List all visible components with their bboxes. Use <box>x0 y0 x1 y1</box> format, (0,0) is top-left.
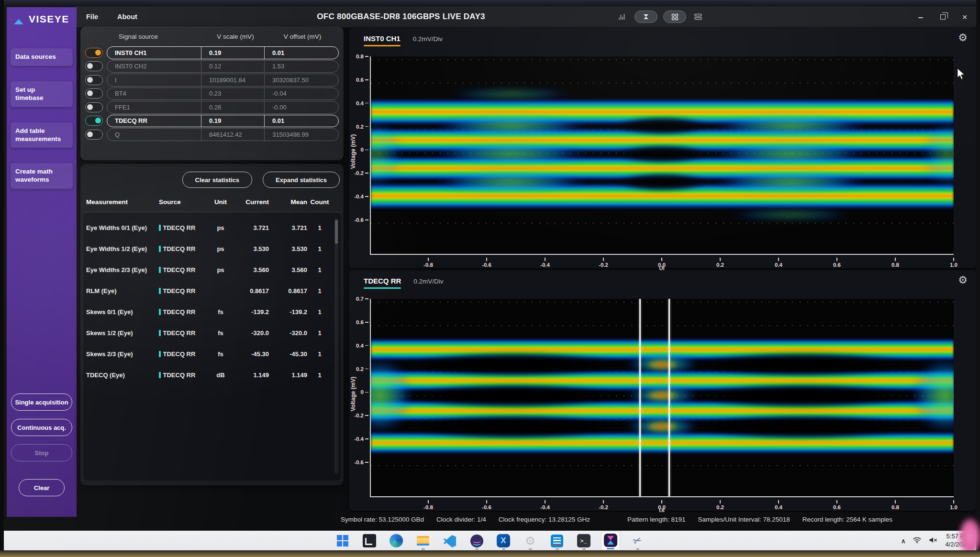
signal-voffset[interactable]: 1.53 <box>264 61 337 73</box>
signal-row-pill[interactable]: TDECQ RR 0.19 0.01 <box>107 115 339 128</box>
sidebar-action-button[interactable]: Stop <box>11 444 72 461</box>
signal-vscale[interactable]: 10189001.84 <box>201 74 264 86</box>
signal-vscale[interactable]: 0.12 <box>201 61 264 73</box>
file-explorer-icon[interactable] <box>413 531 433 550</box>
toggle-knob <box>87 63 93 69</box>
cursor-line-right[interactable] <box>668 299 670 496</box>
expand-statistics-button[interactable]: Expand statistics <box>263 172 340 188</box>
signal-enable-toggle[interactable] <box>85 88 103 98</box>
viseye-app-icon[interactable] <box>601 531 620 550</box>
microsoft-edge-icon[interactable] <box>387 531 406 550</box>
signal-row-pill[interactable]: BT4 0.23 -0.04 <box>107 87 339 100</box>
minimize-button[interactable]: – <box>916 12 925 22</box>
signal-vscale[interactable]: 0.26 <box>201 101 264 113</box>
table-row[interactable]: FFE1 0.26 -0.00 <box>85 101 339 114</box>
gear-icon[interactable]: ⚙ <box>958 275 968 285</box>
sidebar-actions: Single acquisitionContinuous acq.StopCle… <box>11 393 73 496</box>
status-item: Clock divider: 1/4 <box>436 516 486 523</box>
signal-enable-toggle[interactable] <box>85 61 103 71</box>
table-row[interactable]: Skews 1/2 (Eye) TDECQ RR fs -320.0 -320.… <box>86 322 331 343</box>
table-row[interactable]: Skews 2/3 (Eye) TDECQ RR fs -45.30 -45.3… <box>86 343 331 364</box>
gear-icon[interactable]: ⚙ <box>958 33 968 43</box>
table-row[interactable]: TDECQ RR 0.19 0.01 <box>85 115 339 128</box>
signal-enable-toggle[interactable] <box>85 130 103 140</box>
signal-voffset[interactable]: -0.04 <box>264 88 337 100</box>
measurement-current: 3.530 <box>232 245 269 252</box>
signal-enable-toggle[interactable] <box>85 75 103 85</box>
notes-app-icon[interactable] <box>547 531 567 550</box>
table-row[interactable]: BT4 0.23 -0.04 <box>85 87 339 100</box>
volume-muted-icon[interactable] <box>929 536 938 546</box>
snipping-tool-icon[interactable]: ✂ <box>628 531 647 550</box>
signal-enable-toggle[interactable] <box>85 102 103 112</box>
measurement-mean: 3.530 <box>269 245 307 252</box>
instrument-x-app-icon[interactable]: X <box>494 531 513 550</box>
signal-row-pill[interactable]: FFE1 0.26 -0.00 <box>107 101 339 114</box>
signal-row-pill[interactable]: I 10189001.84 30320837.50 <box>107 74 339 87</box>
brand-name: VISEYE <box>29 13 69 25</box>
terminal-icon[interactable]: >_ <box>574 531 593 550</box>
desk-edge <box>0 550 980 557</box>
measurement-unit: fs <box>210 308 232 316</box>
signal-vscale[interactable]: 8461412.42 <box>201 129 264 141</box>
signal-voffset[interactable]: 0.01 <box>264 115 337 127</box>
tray-chevron-up-icon[interactable]: ∧ <box>901 537 906 545</box>
vscode-icon[interactable] <box>440 531 459 550</box>
signal-voffset[interactable]: 31503498.99 <box>264 129 337 141</box>
table-row[interactable]: TDECQ (Eye) TDECQ RR dB 1.149 1.149 1 <box>86 364 331 385</box>
signal-voffset[interactable]: 0.01 <box>264 47 337 59</box>
signal-vscale[interactable]: 0.19 <box>201 47 264 59</box>
x-axis-ticks: -0.8-0.6-0.4-0.20.00.20.40.60.81.0 <box>428 258 954 268</box>
signal-enable-toggle[interactable] <box>85 116 103 126</box>
settings-app-icon[interactable]: ⚙ <box>521 531 540 550</box>
table-row[interactable]: Q 8461412.42 31503498.99 <box>85 128 339 141</box>
sidebar-nav-item[interactable]: Set up timebase <box>11 81 73 107</box>
cursor-line-left[interactable] <box>639 299 641 496</box>
signal-vscale[interactable]: 0.23 <box>201 88 264 100</box>
signal-name: INST0 CH1 <box>107 47 201 59</box>
signal-enable-toggle[interactable] <box>85 48 103 58</box>
measurement-current: 3.560 <box>232 266 269 273</box>
restore-button[interactable] <box>938 12 947 22</box>
waveform-levels-icon[interactable] <box>616 11 629 23</box>
clear-statistics-button[interactable]: Clear statistics <box>182 172 253 188</box>
sidebar-action-button[interactable]: Single acquisition <box>11 393 72 411</box>
sidebar-nav-item[interactable]: Create math waveforms <box>11 163 73 189</box>
table-row[interactable]: INST0 CH1 0.19 0.01 <box>85 46 339 59</box>
table-row[interactable]: Eye Widths 2/3 (Eye) TDECQ RR ps 3.560 3… <box>86 259 331 280</box>
measurement-count: 1 <box>307 245 332 252</box>
sidebar-nav-item[interactable]: Add table measurements <box>11 122 73 148</box>
signal-voffset[interactable]: -0.00 <box>264 101 337 113</box>
table-row[interactable]: RLM (Eye) TDECQ RR 0.8617 0.8617 1 <box>86 280 331 301</box>
scrollbar-thumb[interactable] <box>335 220 338 244</box>
eye-mode-toggle[interactable] <box>635 11 657 23</box>
table-row[interactable]: I 10189001.84 30320837.50 <box>85 74 339 87</box>
signal-wave-app-icon[interactable] <box>467 531 486 550</box>
toggle-knob <box>95 50 101 55</box>
table-row[interactable]: Skews 0/1 (Eye) TDECQ RR fs -139.2 -139.… <box>86 301 331 322</box>
grid-layout-toggle[interactable] <box>663 11 686 23</box>
taskbar: X ⚙ >_ ✂ <box>4 531 976 551</box>
close-button[interactable]: × <box>960 12 969 22</box>
signal-voffset[interactable]: 30320837.50 <box>264 74 337 86</box>
signal-vscale[interactable]: 0.19 <box>201 115 264 127</box>
scrollbar-track[interactable] <box>334 218 338 474</box>
sidebar-nav-item[interactable]: Data sources <box>11 48 73 66</box>
measurement-mean: 3.560 <box>269 266 307 273</box>
start-button[interactable] <box>333 531 352 550</box>
signal-row-pill[interactable]: Q 8461412.42 31503498.99 <box>107 128 339 141</box>
running-indicator <box>607 548 614 549</box>
menu-item[interactable]: About <box>117 13 137 21</box>
table-row[interactable]: Eye Widths 0/1 (Eye) TDECQ RR ps 3.721 3… <box>86 217 331 238</box>
signal-row-pill[interactable]: INST0 CH2 0.12 1.53 <box>107 60 339 73</box>
menu-item[interactable]: File <box>86 13 98 21</box>
screenshot-app-icon[interactable] <box>360 531 379 550</box>
table-row[interactable]: INST0 CH2 0.12 1.53 <box>85 60 339 73</box>
sidebar-action-button[interactable]: Clear <box>19 479 65 496</box>
y-tick-label: -0.2 <box>346 412 368 419</box>
table-row[interactable]: Eye Widths 1/2 (Eye) TDECQ RR ps 3.530 3… <box>86 238 331 259</box>
sidebar-action-button[interactable]: Continuous acq. <box>11 419 72 436</box>
wifi-icon[interactable] <box>913 536 922 546</box>
signal-row-pill[interactable]: INST0 CH1 0.19 0.01 <box>107 46 339 59</box>
list-view-icon[interactable] <box>692 11 704 23</box>
